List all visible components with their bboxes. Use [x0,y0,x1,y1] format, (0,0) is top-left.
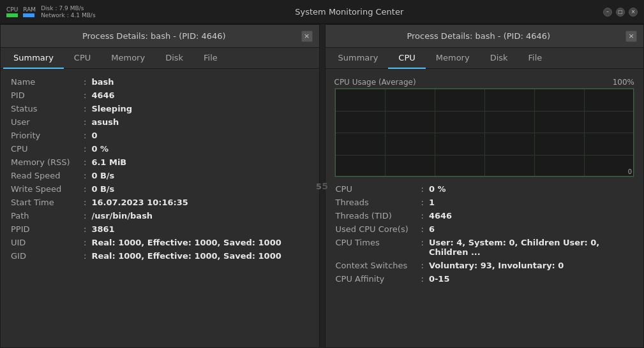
context-switches-value: Voluntary: 93, Involuntary: 0 [428,259,634,272]
cpu-affinity-label: CPU Affinity [334,272,417,286]
cpu-bar-row [6,13,18,17]
table-row: Memory (RSS) : 6.1 MiB [10,156,310,169]
name-colon: : [80,75,90,89]
threads-value: 1 [428,196,634,209]
status-label: Status [10,102,80,115]
priority-value: 0 [90,129,310,142]
table-row: User : asush [10,115,310,129]
left-window-title: Process Details: bash - (PID: 4646) [7,31,301,41]
cpu-value: 0 % [90,142,310,156]
cpu-chart: 0 [334,88,635,177]
table-row: Context Switches : Voluntary: 93, Involu… [334,259,635,272]
threads-tid-label: Threads (TID) [334,209,417,222]
table-row: Priority : 0 [10,129,310,142]
tab-cpu-right[interactable]: CPU [388,48,425,69]
tab-file-left[interactable]: File [193,48,228,69]
table-row: Name : bash [10,75,310,89]
pid-value: 4646 [90,89,310,102]
grid-v-2 [435,89,435,177]
cpu-chart-max: 100% [613,78,634,87]
table-row: CPU Affinity : 0-15 [334,272,635,286]
tab-memory-right[interactable]: Memory [426,48,480,69]
top-bar-controls: – □ × [603,8,638,17]
read-speed-value: 0 B/s [90,169,310,182]
main-area: Process Details: bash - (PID: 4646) × Su… [0,24,644,348]
table-row: UID : Real: 1000, Effective: 1000, Saved… [10,236,310,249]
divider-label: 5 [316,182,322,191]
ram-bar-row [23,13,36,17]
user-label: User [10,115,80,129]
write-speed-label: Write Speed [10,182,80,196]
threads-tid-value: 4646 [428,209,634,222]
cpu-bar-icon [6,13,18,17]
start-time-label: Start Time [10,196,80,209]
minimize-button[interactable]: – [603,8,612,17]
right-window-title: Process Details: bash - (PID: 4646) [332,31,626,41]
status-value: Sleeping [90,102,310,115]
left-process-window: Process Details: bash - (PID: 4646) × Su… [0,24,320,348]
right-close-button[interactable]: × [625,31,637,42]
close-button[interactable]: × [629,8,638,17]
right-tabs: Summary CPU Memory Disk File [326,48,644,69]
read-speed-label: Read Speed [10,169,80,182]
cpu-label-row: CPU [10,142,80,156]
top-bar-metrics: CPU RAM Disk: 7.9 MB/s Network: 4.1 MB/s [6,5,96,18]
right-titlebar: Process Details: bash - (PID: 4646) × [326,25,644,48]
left-titlebar: Process Details: bash - (PID: 4646) × [1,25,319,48]
name-value: bash [90,75,310,89]
cpu-label: CPU [6,6,18,13]
table-row: PID : 4646 [10,89,310,102]
start-time-value: 16.07.2023 10:16:35 [90,196,310,209]
user-value: asush [90,115,310,129]
ppid-value: 3861 [90,222,310,236]
window-divider[interactable]: 5 [320,24,325,348]
name-label: Name [10,75,80,89]
tab-disk-left[interactable]: Disk [155,48,193,69]
table-row: GID : Real: 1000, Effective: 1000, Saved… [10,249,310,263]
path-value: /usr/bin/bash [90,209,310,222]
maximize-button[interactable]: □ [616,8,625,17]
tab-summary-left[interactable]: Summary [3,48,64,69]
app-title: System Monitoring Center [102,7,597,17]
ram-label: RAM [23,6,36,13]
table-row: Threads (TID) : 4646 [334,209,635,222]
memory-label: Memory (RSS) [10,156,80,169]
disk-label-value: Disk: 7.9 MB/s [41,5,95,11]
cpu-stat-value: 0 % [428,182,634,196]
left-close-button[interactable]: × [301,31,313,42]
tab-file-right[interactable]: File [518,48,553,69]
write-speed-value: 0 B/s [90,182,310,196]
disk-metric: Disk: 7.9 MB/s Network: 4.1 MB/s [41,5,95,18]
used-cores-label: Used CPU Core(s) [334,222,417,236]
context-switches-label: Context Switches [334,259,417,272]
grid-v-3 [484,89,485,177]
table-row: Threads : 1 [334,196,635,209]
top-bar: CPU RAM Disk: 7.9 MB/s Network: 4.1 MB/s… [0,0,644,24]
tab-summary-right[interactable]: Summary [328,48,389,69]
tab-memory-left[interactable]: Memory [101,48,155,69]
left-window-content: Name : bash PID : 4646 Status : Sleeping… [1,69,319,347]
tab-cpu-left[interactable]: CPU [64,48,101,69]
memory-value: 6.1 MiB [90,156,310,169]
cpu-chart-label: CPU Usage (Average) [334,78,416,87]
ram-bar-icon [23,13,34,17]
pid-label: PID [10,89,80,102]
summary-table: Name : bash PID : 4646 Status : Sleeping… [10,75,310,263]
tab-disk-right[interactable]: Disk [480,48,518,69]
priority-label: Priority [10,129,80,142]
threads-label: Threads [334,196,417,209]
cpu-stats-table: CPU : 0 % Threads : 1 Threads (TID) : 46… [334,182,635,286]
uid-label: UID [10,236,80,249]
ram-metric: RAM [23,6,36,17]
cpu-chart-container: CPU Usage (Average) 100% 0 [334,78,635,177]
ppid-label: PPID [10,222,80,236]
grid-v-5 [584,89,585,177]
table-row: CPU : 0 % [334,182,635,196]
cpu-chart-header: CPU Usage (Average) 100% [334,78,635,87]
cpu-stat-label: CPU [334,182,417,196]
cpu-metric: CPU [6,6,18,17]
table-row: Status : Sleeping [10,102,310,115]
gid-value: Real: 1000, Effective: 1000, Saved: 1000 [90,249,310,263]
chart-zero-label: 0 [628,168,632,175]
table-row: Read Speed : 0 B/s [10,169,310,182]
